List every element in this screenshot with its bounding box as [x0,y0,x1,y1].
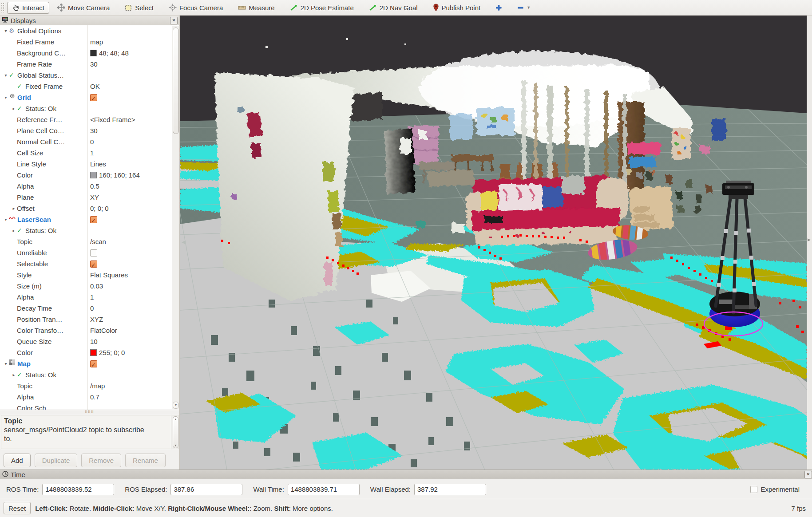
tree-row[interactable]: ▸✓Status: Ok [0,369,179,380]
tree-row[interactable]: Alpha0.7 [0,391,179,403]
tree-row[interactable]: Color Transfo…FlatColor [0,325,179,336]
tool-2d-pose-estimate[interactable]: 2D Pose Estimate [285,2,358,13]
tree-row[interactable]: Topic/map [0,380,179,391]
experimental-option[interactable]: Experimental [750,485,800,493]
property-value[interactable] [87,258,174,269]
tree-row[interactable]: ▾Grid [0,92,179,103]
tree-row[interactable]: Topic/scan [0,236,179,247]
property-value[interactable]: OK [87,81,174,92]
tree-row[interactable]: ▾⚙Global Options [0,25,179,36]
tree-row[interactable]: Decay Time0 [0,303,179,314]
tool-2d-nav-goal[interactable]: 2D Nav Goal [364,2,422,13]
property-value[interactable]: XY [87,192,174,203]
toolbar-drag-handle[interactable] [1,3,5,12]
property-value[interactable] [87,369,174,380]
tree-row[interactable]: Unreliable [0,247,179,258]
property-value[interactable]: 30 [87,59,174,70]
scroll-down-icon[interactable]: ▼ [173,402,179,409]
property-value[interactable]: 160; 160; 164 [87,170,174,181]
collapse-left-icon[interactable]: ◀ [182,239,186,245]
time-field-input[interactable] [170,484,242,495]
reset-button[interactable]: Reset [4,502,31,514]
tree-row[interactable]: ▸Offset0; 0; 0 [0,203,179,214]
property-value[interactable] [87,247,174,258]
enabled-checkbox[interactable] [90,260,97,268]
property-value[interactable] [87,92,174,103]
time-field-input[interactable] [414,484,486,495]
tool-select[interactable]: Select [120,2,158,13]
property-value[interactable]: /scan [87,236,174,247]
property-value[interactable]: FlatColor [87,325,174,336]
tree-row[interactable]: ✓Fixed FrameOK [0,81,179,92]
time-field-input[interactable] [42,484,114,495]
tool-remove-button[interactable]: ▼ [513,3,535,13]
tree-row[interactable]: Queue Size10 [0,336,179,347]
property-value[interactable] [87,403,174,410]
tree-row[interactable]: Size (m)0.03 [0,280,179,292]
property-value[interactable]: 0; 0; 0 [87,203,174,214]
property-value[interactable]: 30 [87,125,174,136]
tree-row[interactable]: Reference Fr…<Fixed Frame> [0,114,179,125]
property-value[interactable]: /map [87,380,174,391]
tool-add-button[interactable] [491,3,507,13]
tree-row[interactable]: Normal Cell C…0 [0,136,179,147]
tool-focus-camera[interactable]: Focus Camera [164,2,227,13]
displays-tree[interactable]: ▾⚙Global OptionsFixed FramemapBackground… [0,25,179,410]
tree-row[interactable]: Alpha1 [0,292,179,303]
expander-icon[interactable]: ▾ [3,214,9,225]
displays-panel-titlebar[interactable]: Displays ✕ [0,16,179,26]
tree-row[interactable]: Color160; 160; 164 [0,170,179,181]
tree-row[interactable]: StyleFlat Squares [0,269,179,280]
property-value[interactable]: XYZ [87,314,174,325]
expander-icon[interactable]: ▾ [3,358,9,369]
tree-row[interactable]: PlaneXY [0,192,179,203]
collapse-right-icon[interactable]: ▶ [808,237,811,242]
property-value[interactable]: Lines [87,158,174,170]
displays-scrollbar[interactable]: ▼ [172,26,179,409]
tree-row[interactable]: ▾✓Global Status… [0,70,179,81]
add-button[interactable]: Add [4,454,31,467]
tree-row[interactable]: ▾LaserScan [0,214,179,225]
tree-row[interactable]: Cell Size1 [0,147,179,158]
tree-row[interactable]: Color255; 0; 0 [0,347,179,358]
tree-row[interactable]: Alpha0.5 [0,181,179,192]
expander-icon[interactable]: ▾ [3,25,9,36]
property-value[interactable] [87,358,174,369]
expander-icon[interactable]: ▸ [11,369,17,380]
scrollbar-thumb[interactable] [173,28,179,134]
property-value[interactable]: 0 [87,136,174,147]
tree-row[interactable]: Color Sch… [0,403,179,410]
experimental-checkbox[interactable] [750,486,757,493]
tree-row[interactable]: Frame Rate30 [0,59,179,70]
expander-icon[interactable]: ▸ [11,103,17,114]
chevron-down-icon[interactable]: ▼ [527,5,531,10]
property-value[interactable]: 1 [87,292,174,303]
enabled-checkbox[interactable] [90,360,97,367]
property-value[interactable]: 10 [87,336,174,347]
property-value[interactable] [87,70,174,81]
remove-button[interactable]: Remove [81,454,121,467]
expander-icon[interactable]: ▾ [3,92,9,103]
enabled-checkbox[interactable] [90,94,97,101]
close-icon[interactable]: ✕ [804,471,812,478]
property-value[interactable]: 0.7 [87,391,174,403]
expander-icon[interactable]: ▾ [3,70,9,81]
tool-move-camera[interactable]: Move Camera [53,2,114,13]
property-value[interactable] [87,214,174,225]
expander-icon[interactable]: ▸ [11,225,17,236]
property-value[interactable]: map [87,36,174,47]
property-value[interactable]: 1 [87,147,174,158]
tree-row[interactable]: Background C…48; 48; 48 [0,47,179,59]
time-field-input[interactable] [288,484,360,495]
duplicate-button[interactable]: Duplicate [35,454,78,467]
property-value[interactable]: 255; 0; 0 [87,347,174,358]
close-icon[interactable]: ✕ [170,17,178,24]
tree-row[interactable]: ▸✓Status: Ok [0,225,179,236]
tree-row[interactable]: ▾Map [0,358,179,369]
property-value[interactable]: <Fixed Frame> [87,114,174,125]
tool-publish-point[interactable]: Publish Point [428,2,485,13]
property-value[interactable] [87,225,174,236]
rename-button[interactable]: Rename [125,454,166,467]
tool-interact[interactable]: Interact [7,2,49,14]
expander-icon[interactable]: ▸ [11,203,17,214]
